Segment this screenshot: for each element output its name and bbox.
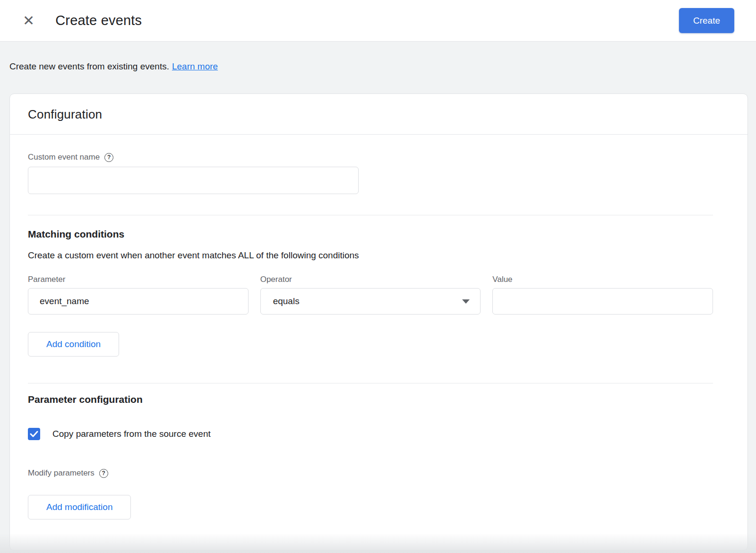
- card-body: Custom event name ? Matching conditions …: [10, 153, 747, 519]
- parameter-label: Parameter: [28, 275, 249, 284]
- add-condition-button[interactable]: Add condition: [28, 332, 119, 357]
- matching-conditions-title: Matching conditions: [28, 229, 713, 240]
- operator-selected-value: equals: [273, 296, 300, 306]
- parameter-input[interactable]: [28, 288, 249, 315]
- copy-parameters-row[interactable]: Copy parameters from the source event: [28, 428, 713, 440]
- custom-event-name-input[interactable]: [28, 167, 359, 194]
- dialog-header: ✕ Create events Create: [0, 0, 756, 42]
- condition-row: Parameter Operator equals Value: [28, 275, 713, 315]
- value-field: Value: [492, 275, 713, 315]
- parameter-configuration-title: Parameter configuration: [28, 394, 713, 405]
- operator-label: Operator: [260, 275, 481, 284]
- checkmark-icon: [30, 431, 38, 437]
- custom-event-name-block: Custom event name ?: [28, 153, 713, 194]
- configuration-card: Configuration Custom event name ? Matchi…: [9, 94, 748, 551]
- intro-text: Create new events from existing events.: [9, 61, 169, 71]
- help-icon[interactable]: ?: [99, 469, 108, 478]
- modify-parameters-block: Modify parameters ?: [28, 468, 713, 478]
- value-input[interactable]: [492, 288, 713, 315]
- copy-parameters-label: Copy parameters from the source event: [52, 429, 211, 439]
- help-icon[interactable]: ?: [104, 153, 113, 162]
- intro-line: Create new events from existing events.L…: [0, 42, 756, 72]
- parameter-field: Parameter: [28, 275, 249, 315]
- page-title: Create events: [55, 13, 142, 28]
- create-button[interactable]: Create: [679, 8, 734, 33]
- close-icon[interactable]: ✕: [22, 13, 35, 29]
- add-modification-button[interactable]: Add modification: [28, 495, 131, 519]
- card-header: Configuration: [10, 94, 747, 135]
- learn-more-link[interactable]: Learn more: [172, 61, 218, 71]
- operator-select[interactable]: equals: [260, 288, 481, 315]
- custom-event-name-label: Custom event name: [28, 153, 100, 162]
- value-label: Value: [492, 275, 713, 284]
- section-divider: [28, 383, 713, 383]
- modify-parameters-label: Modify parameters: [28, 468, 94, 478]
- chevron-down-icon: [462, 299, 470, 304]
- operator-field: Operator equals: [260, 275, 481, 315]
- matching-conditions-description: Create a custom event when another event…: [28, 250, 713, 261]
- copy-parameters-checkbox[interactable]: [28, 428, 40, 440]
- configuration-section-title: Configuration: [28, 107, 730, 122]
- section-divider: [28, 215, 713, 215]
